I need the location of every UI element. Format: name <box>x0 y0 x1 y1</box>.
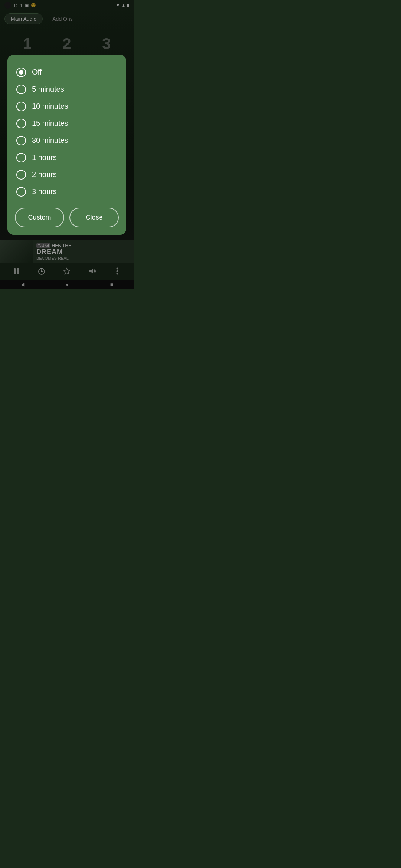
option-3hours[interactable]: 3 hours <box>15 183 119 200</box>
custom-button[interactable]: Custom <box>15 208 64 227</box>
modal-overlay: Off 5 minutes 10 minutes 15 minutes 30 m… <box>0 0 134 289</box>
option-5min-label: 5 minutes <box>32 85 64 93</box>
close-button[interactable]: Close <box>69 208 119 227</box>
radio-10min[interactable] <box>16 102 26 111</box>
option-1hour[interactable]: 1 hours <box>15 149 119 166</box>
radio-30min[interactable] <box>16 136 26 145</box>
radio-off[interactable] <box>16 68 26 77</box>
option-2hours[interactable]: 2 hours <box>15 166 119 183</box>
option-3hours-label: 3 hours <box>32 187 57 196</box>
radio-15min[interactable] <box>16 119 26 128</box>
option-10min-label: 10 minutes <box>32 102 68 111</box>
radio-1hour[interactable] <box>16 153 26 162</box>
radio-2hours[interactable] <box>16 170 26 180</box>
option-off-label: Off <box>32 68 42 76</box>
radio-5min[interactable] <box>16 85 26 94</box>
modal-buttons: Custom Close <box>15 208 119 227</box>
option-2hours-label: 2 hours <box>32 170 57 179</box>
option-30min-label: 30 minutes <box>32 136 68 145</box>
option-1hour-label: 1 hours <box>32 153 57 162</box>
option-off[interactable]: Off <box>15 64 119 81</box>
option-30min[interactable]: 30 minutes <box>15 132 119 149</box>
sleep-timer-modal: Off 5 minutes 10 minutes 15 minutes 30 m… <box>7 55 126 235</box>
option-15min-label: 15 minutes <box>32 119 68 128</box>
option-10min[interactable]: 10 minutes <box>15 98 119 115</box>
radio-3hours[interactable] <box>16 187 26 197</box>
option-5min[interactable]: 5 minutes <box>15 81 119 98</box>
option-15min[interactable]: 15 minutes <box>15 115 119 132</box>
